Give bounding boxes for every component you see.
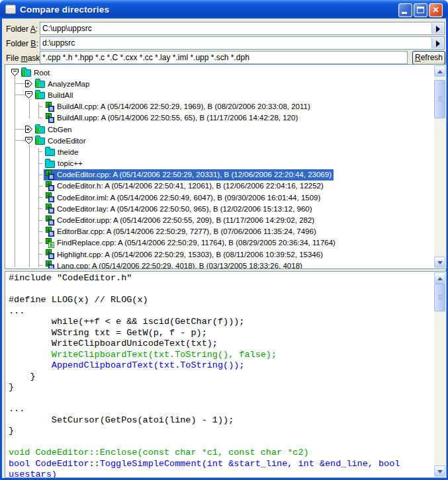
folder-diff-icon: [35, 92, 45, 99]
scroll-down-button[interactable]: [434, 465, 445, 477]
tree-item[interactable]: theide: [44, 147, 80, 157]
tree-scroll-thumb[interactable]: [434, 80, 445, 118]
tree-connector-line: [38, 254, 42, 255]
directory-tree: RootAnalyzeMapBuildAllABBuildAll.cpp: A …: [5, 67, 434, 269]
tree-connector-line: [15, 95, 25, 95]
tree-item[interactable]: ABCodeEditor.h: A (05/14/2006 22:50:41, …: [44, 180, 326, 192]
tree-connector-line: [38, 163, 42, 164]
tree-item[interactable]: ABBuildAll.cpp: A (05/14/2006 22:50:29, …: [44, 101, 312, 112]
tree-row[interactable]: BuildAll: [5, 89, 434, 100]
tree-row[interactable]: ABHighlight.cpp: A (05/14/2006 22:50:29,…: [5, 249, 434, 260]
expand-plus-icon[interactable]: [25, 126, 32, 133]
tree-connector-line: [38, 231, 42, 232]
file-ab-compare-icon: AB: [45, 260, 54, 269]
tree-row[interactable]: ABLang.cpp: A (05/14/2006 22:50:29, 4018…: [5, 260, 434, 269]
folder-diff-icon: [21, 69, 31, 77]
tree-row[interactable]: topic++: [5, 158, 434, 169]
tree-row[interactable]: ABBuildAll.upp: A (05/14/2006 22:50:55, …: [5, 112, 434, 124]
titlebar[interactable]: Compare directories ✕: [0, 0, 448, 19]
file-b-badge: B: [48, 253, 54, 259]
tree-connector-line: [15, 129, 25, 130]
tree-row[interactable]: ABCodeEditor.h: A (05/14/2006 22:50:41, …: [5, 180, 434, 192]
close-icon: ✕: [429, 5, 442, 15]
tree-item[interactable]: topic++: [44, 159, 85, 169]
maximize-button[interactable]: [414, 3, 427, 17]
tree-row[interactable]: ABCodeEditor.lay: A (05/14/2006 22:50:50…: [5, 203, 434, 214]
file-mask-label: File mask:: [6, 54, 42, 63]
code-line: }: [9, 426, 434, 437]
right-arrow-icon: [436, 26, 440, 32]
tree-item[interactable]: ABFindReplace.cpp: A (05/14/2006 22:50:2…: [44, 237, 337, 249]
tree-item-label: CodeEditor: [48, 137, 86, 145]
code-line: SetCursor(GetPos(atoi(line) - 1));: [9, 415, 434, 426]
tree-item[interactable]: BuildAll: [34, 90, 75, 100]
file-mask-value: *.cpp *.h *.hpp *.c *.C *.cxx *.cc *.lay…: [42, 53, 249, 62]
tree-item[interactable]: ABLang.cpp: A (05/14/2006 22:50:29, 4018…: [44, 260, 304, 269]
code-diff-pane[interactable]: #include "CodeEditor.h"#define LLOG(x) /…: [5, 271, 447, 478]
tree-item[interactable]: ABHighlight.cpp: A (05/14/2006 22:50:29,…: [44, 249, 325, 260]
folder-a-drop-button[interactable]: [431, 23, 443, 34]
maximize-icon: [417, 7, 424, 13]
tree-item[interactable]: Root: [20, 67, 52, 77]
tree-item-selected[interactable]: ABCodeEditor.cpp: A (05/14/2006 22:50:29…: [44, 169, 334, 180]
tree-item[interactable]: AnalyzeMap: [34, 79, 91, 89]
tree-item[interactable]: ABBuildAll.upp: A (05/14/2006 22:50:55, …: [44, 112, 300, 124]
code-scrollbar[interactable]: [434, 272, 445, 477]
tree-item[interactable]: ABEditorBar.cpp: A (05/14/2006 22:50:29,…: [44, 226, 318, 237]
scroll-down-button[interactable]: [434, 257, 445, 268]
tree-item[interactable]: ABCodeEditor.upp: A (05/14/2006 22:50:55…: [44, 215, 316, 226]
file-b-badge: B: [48, 208, 54, 214]
collapse-minus-icon[interactable]: [25, 91, 32, 99]
tree-row[interactable]: CbGen: [5, 124, 434, 135]
tree-item-label: topic++: [58, 159, 83, 167]
code-scroll-thumb[interactable]: [434, 284, 445, 311]
scroll-up-button[interactable]: [434, 65, 445, 77]
tree-row[interactable]: ABBuildAll.cpp: A (05/14/2006 22:50:29, …: [5, 101, 434, 112]
tree-row[interactable]: CodeEditor: [5, 135, 434, 146]
tree-row[interactable]: theide: [5, 146, 434, 157]
folder-diff-icon: [35, 138, 45, 145]
tree-row[interactable]: ABCodeEditor.cpp: A (05/14/2006 22:50:29…: [5, 169, 434, 180]
tree-item[interactable]: CbGen: [34, 124, 73, 134]
tree-row[interactable]: Root: [5, 67, 434, 78]
tree-connector-line: [38, 106, 42, 107]
folder-b-field[interactable]: d:\uppsrc: [40, 36, 445, 50]
collapse-minus-icon[interactable]: [11, 69, 19, 76]
collapse-minus-icon[interactable]: [25, 137, 32, 144]
titlebar-buttons: ✕: [398, 3, 443, 17]
tree-row[interactable]: AnalyzeMap: [5, 78, 434, 89]
compare-directories-window: Compare directories ✕ Folder A: C:\upp\u…: [0, 0, 448, 480]
tree-pane[interactable]: RootAnalyzeMapBuildAllABBuildAll.cpp: A …: [5, 64, 447, 269]
tree-connector-line: [38, 118, 42, 118]
tree-item[interactable]: ABCodeEditor.iml: A (05/14/2006 22:50:49…: [44, 192, 322, 203]
tree-connector-line: [38, 175, 42, 175]
tree-item[interactable]: ABCodeEditor.lay: A (05/14/2006 22:50:50…: [44, 203, 314, 214]
file-b-badge: B: [48, 174, 54, 180]
tree-connector-line: [38, 197, 42, 198]
folder-diff-icon: [35, 81, 45, 88]
file-b-badge: B: [48, 106, 54, 112]
folder-a-field[interactable]: C:\upp\uppsrc: [40, 22, 445, 35]
folder-icon: [45, 149, 55, 156]
tree-row[interactable]: ABEditorBar.cpp: A (05/14/2006 22:50:29,…: [5, 226, 434, 237]
file-ab-compare-icon: AB: [45, 204, 54, 214]
folder-b-drop-button[interactable]: [431, 38, 443, 48]
tree-row[interactable]: ABCodeEditor.iml: A (05/14/2006 22:50:49…: [5, 192, 434, 203]
tree-item-label: BuildAll.upp: A (05/14/2006 22:50:55, 65…: [57, 114, 298, 122]
tree-row[interactable]: ABFindReplace.cpp: A (05/14/2006 22:50:2…: [5, 237, 434, 249]
tree-row[interactable]: ABCodeEditor.upp: A (05/14/2006 22:50:55…: [5, 214, 434, 225]
tree-item-label: Highlight.cpp: A (05/14/2006 22:50:29, 1…: [57, 251, 323, 259]
minimize-button[interactable]: [398, 3, 412, 17]
close-button[interactable]: ✕: [429, 3, 443, 17]
expand-plus-icon[interactable]: [25, 80, 32, 87]
scroll-up-button[interactable]: [434, 272, 445, 284]
up-arrow-icon: [437, 70, 443, 73]
folder-b-label: Folder B:: [6, 39, 38, 48]
tree-connector-line: [38, 220, 42, 221]
code-line: #include "CodeEditor.h": [9, 273, 434, 284]
file-mask-field[interactable]: *.cpp *.h *.hpp *.c *.C *.cxx *.cc *.lay…: [40, 51, 408, 64]
tree-item-label: BuildAll.cpp: A (05/14/2006 22:50:29, 19…: [57, 102, 310, 110]
refresh-button[interactable]: Refresh: [412, 51, 445, 65]
tree-scrollbar[interactable]: [434, 65, 445, 268]
tree-item[interactable]: CodeEditor: [34, 136, 88, 145]
